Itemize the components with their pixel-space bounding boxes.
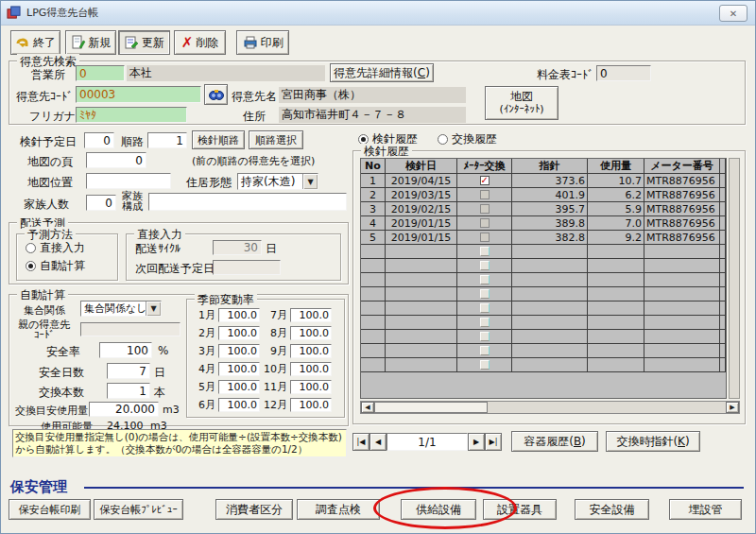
kana-field[interactable]: ﾐﾔﾀ — [76, 107, 187, 123]
checkbox-icon[interactable] — [480, 303, 490, 313]
safety-rate-field[interactable]: 100 — [99, 342, 152, 358]
table-row[interactable]: 22019/03/15401.96.2MTR8876956 — [361, 188, 726, 202]
scrollbar-track[interactable] — [374, 402, 726, 413]
target-usage-field[interactable]: 20.000 — [89, 402, 159, 417]
family-comp-field[interactable] — [148, 193, 347, 211]
cell-no — [361, 301, 386, 315]
table-row[interactable] — [361, 358, 726, 372]
table-row[interactable] — [361, 344, 726, 358]
nav-prev-button[interactable]: ◀ — [369, 433, 387, 451]
scrollbar-thumb[interactable] — [374, 402, 488, 413]
exchange-count-field[interactable]: 1 — [107, 383, 150, 399]
route-field[interactable]: 1 — [147, 132, 187, 148]
nav-last-button[interactable]: ▶| — [485, 433, 502, 451]
radio-exchange-history[interactable]: 交換履歴 — [438, 131, 497, 147]
checkbox-icon[interactable] — [480, 218, 490, 228]
table-row[interactable] — [361, 273, 726, 287]
nav-first-button[interactable]: |◀ — [352, 433, 369, 451]
table-row[interactable]: 42019/01/15389.87.0MTR8876956 — [361, 216, 726, 231]
checkbox-icon[interactable] — [480, 204, 490, 214]
month-rate-field[interactable]: 100.0 — [290, 326, 332, 340]
safety-equipment-button[interactable]: 安全設備 — [575, 499, 649, 520]
nav-next-button[interactable]: ▶ — [468, 433, 485, 451]
cell-meter-number — [644, 330, 720, 343]
map-pos-field[interactable] — [86, 173, 171, 189]
customer-code-field[interactable]: 00003 — [76, 86, 201, 103]
map-page-field[interactable]: 0 — [86, 152, 146, 168]
price-table-field[interactable]: 0 — [596, 65, 651, 81]
month-rate-field[interactable]: 100.0 — [218, 308, 260, 322]
month-rate-field[interactable]: 100.0 — [218, 326, 260, 340]
radio-direct-input[interactable]: 直接入力 — [26, 240, 85, 256]
checkbox-icon[interactable] — [480, 289, 490, 299]
customer-lookup-button[interactable] — [204, 84, 228, 105]
reading-date-field[interactable]: 0 — [84, 132, 114, 148]
month-rate-field[interactable]: 100.0 — [218, 362, 260, 376]
cycle-field[interactable]: 30 — [213, 240, 262, 255]
chevron-down-icon[interactable]: ▼ — [146, 301, 161, 316]
checkbox-icon[interactable] — [480, 275, 490, 284]
next-date-field[interactable] — [213, 260, 281, 275]
housing-combo[interactable]: 持家(木造) ▼ — [237, 173, 318, 190]
month-rate-field[interactable]: 100.0 — [290, 362, 332, 376]
month-rate-field[interactable]: 100.0 — [290, 344, 332, 358]
month-rate-field[interactable]: 100.0 — [218, 398, 260, 412]
delete-button[interactable]: ✗ 削除 — [174, 30, 226, 55]
checkbox-icon[interactable] — [480, 233, 490, 242]
checkbox-icon[interactable] — [480, 190, 490, 199]
delete-icon: ✗ — [181, 36, 194, 50]
family-field[interactable]: 0 — [86, 195, 116, 211]
update-button[interactable]: 更新 — [118, 30, 170, 55]
safety-ledger-print-button[interactable]: 保安台帳印刷 — [9, 499, 91, 520]
table-row[interactable]: 12019/04/15373.610.7MTR8876956 — [361, 174, 726, 188]
month-rate-field[interactable]: 100.0 — [290, 380, 332, 394]
table-row[interactable] — [361, 259, 726, 273]
cell-meter-number — [644, 287, 720, 301]
print-button[interactable]: 印刷 — [236, 30, 289, 55]
survey-inspection-button[interactable]: 調査点検 — [297, 499, 380, 520]
buried-pipe-button[interactable]: 埋設管 — [669, 499, 742, 520]
month-rate-field[interactable]: 100.0 — [290, 308, 332, 322]
checkbox-icon[interactable] — [480, 318, 490, 327]
new-button[interactable]: 新規 — [65, 30, 116, 55]
safety-ledger-preview-button[interactable]: 保安台帳ﾌﾟﾚﾋﾞｭｰ — [94, 499, 183, 520]
scroll-right-icon[interactable]: ▶ — [726, 402, 739, 413]
checkbox-icon[interactable] — [480, 346, 490, 355]
table-row[interactable]: 32019/02/15395.75.9MTR8876956 — [361, 202, 726, 216]
consumer-category-button[interactable]: 消費者区分 — [215, 499, 293, 520]
scroll-left-icon[interactable]: ◀ — [361, 402, 374, 413]
route-select-button[interactable]: 順路選択 — [249, 130, 303, 149]
exit-button[interactable]: 終了 — [10, 30, 60, 55]
checkbox-checked-icon[interactable] — [480, 176, 490, 185]
office-code-field[interactable]: 0 — [76, 65, 125, 81]
exchange-reading-button[interactable]: 交換時指針(K) — [606, 431, 700, 452]
table-row[interactable] — [361, 301, 726, 316]
month-rate-field[interactable]: 100.0 — [218, 380, 260, 394]
month-rate-field[interactable]: 100.0 — [290, 398, 332, 412]
table-row[interactable] — [361, 245, 726, 259]
table-row[interactable]: 52019/01/15382.89.2MTR8876956 — [361, 231, 726, 245]
customer-detail-button[interactable]: 得意先詳細情報(C) — [330, 63, 434, 82]
radio-auto-calc[interactable]: 自動計算 — [26, 258, 85, 274]
table-row[interactable] — [361, 316, 726, 330]
chevron-down-icon[interactable]: ▼ — [302, 174, 318, 189]
safety-days-field[interactable]: 7 — [107, 363, 150, 379]
table-horizontal-scrollbar[interactable]: ◀ ▶ — [360, 401, 740, 414]
checkbox-icon[interactable] — [480, 332, 490, 341]
month-rate-field[interactable]: 100.0 — [218, 344, 260, 358]
map-internet-button[interactable]: 地図 (ｲﾝﾀｰﾈｯﾄ) — [485, 86, 558, 120]
container-history-button[interactable]: 容器履歴(B) — [511, 431, 598, 452]
close-button[interactable]: ✕ — [719, 5, 747, 22]
checkbox-icon[interactable] — [480, 261, 490, 270]
checkbox-icon[interactable] — [480, 360, 490, 370]
checkbox-icon[interactable] — [480, 247, 490, 256]
route-order-button[interactable]: 検針順路 — [192, 130, 245, 149]
table-vertical-scrollbar[interactable] — [729, 158, 740, 399]
parent-customer-field[interactable] — [80, 322, 180, 336]
meter-history-table[interactable]: No検針日ﾒｰﾀｰ交換指針使用量メーター番号 12019/04/15373.61… — [360, 158, 727, 372]
cell-meter-exchange — [457, 358, 512, 371]
group-relation-combo[interactable]: 集合関係なし ▼ — [80, 301, 162, 317]
table-row[interactable] — [361, 287, 726, 301]
table-row[interactable] — [361, 330, 726, 344]
exit-button-label: 終了 — [33, 35, 56, 51]
